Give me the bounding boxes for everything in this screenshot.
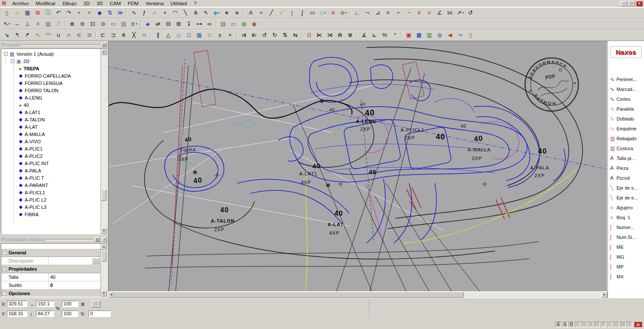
tool-item[interactable]: ∿ Doblado: [608, 114, 644, 124]
text-tool[interactable]: A▾: [246, 8, 256, 18]
open-button[interactable]: ▱▾: [12, 8, 22, 18]
scroll-left-icon[interactable]: ◂: [108, 292, 114, 298]
edit-scale-icon[interactable]: ≣: [81, 302, 85, 307]
collapse-icon[interactable]: −: [3, 251, 6, 255]
info-button[interactable]: ⓘ▾: [43, 8, 53, 18]
bracket-button[interactable]: ⊏▾: [98, 30, 108, 40]
add-node-button[interactable]: +▾: [393, 8, 404, 18]
insert-button[interactable]: ◆▾: [94, 8, 105, 18]
pen-tool[interactable]: ∕▾: [276, 8, 287, 18]
tree-item[interactable]: − A-PLIC INT: [3, 160, 107, 167]
drawing-canvas[interactable]: PERFORMANCE PDF PATRON ∗ ∗ 40 40 40: [108, 41, 608, 292]
mode-toggle[interactable]: O: [594, 322, 600, 327]
tree-item[interactable]: − A-PALA: [3, 167, 107, 174]
horizontal-scrollbar[interactable]: ◂ ▸: [108, 292, 608, 298]
tool-item[interactable]: A Pzcod: [608, 173, 644, 183]
align-tool[interactable]: ≡▾: [383, 8, 393, 18]
chain-button[interactable]: ∞▾: [204, 19, 215, 29]
zoom-extents-button[interactable]: ⊙▾: [98, 19, 108, 29]
tree-item[interactable]: − FORRO TALON: [3, 87, 107, 94]
tool-item[interactable]: ▥ Costura: [608, 143, 644, 153]
omega-button[interactable]: Ω▾: [304, 30, 314, 40]
mode-toggle[interactable]: D: [568, 322, 574, 327]
card-button[interactable]: ▭▾: [228, 19, 239, 29]
toolbar-separator[interactable]: ▾: [149, 30, 153, 40]
new-button[interactable]: ▯▾: [2, 8, 12, 18]
menu-item[interactable]: Modificar: [32, 0, 59, 6]
menu-item[interactable]: Utilidad: [167, 0, 190, 6]
tree-item[interactable]: − A-MALLA: [3, 130, 107, 138]
scroll-up-icon[interactable]: ▴: [101, 244, 107, 250]
del-node-button[interactable]: −▾: [404, 8, 414, 18]
tree-item[interactable]: − FIBRA: [3, 211, 107, 218]
property-row[interactable]: − Opciones: [1, 290, 100, 297]
grid-settings-button[interactable]: ∷: [91, 300, 100, 308]
tree-item[interactable]: − A-PLIC T: [3, 174, 107, 181]
collapse-icon[interactable]: −: [4, 52, 8, 56]
tree-item[interactable]: − 40: [3, 101, 107, 109]
collapse-button[interactable]: ⊟▾: [163, 19, 173, 29]
print-button[interactable]: ▤▾: [118, 19, 129, 29]
delete-button[interactable]: ×▾: [84, 8, 94, 18]
tree-item[interactable]: − A-LAT: [3, 123, 107, 130]
rotate-icon[interactable]: ↻: [81, 311, 85, 317]
fill-tool[interactable]: ■▾: [232, 8, 242, 18]
rect-tool[interactable]: ▭▾: [307, 8, 318, 18]
angle2-button[interactable]: ∡▾: [359, 30, 369, 40]
scroll-down-icon[interactable]: ▾: [101, 228, 107, 234]
property-row[interactable]: − Propiedades: [1, 265, 100, 273]
property-row[interactable]: − General: [1, 249, 100, 257]
menu-item[interactable]: ?: [190, 0, 200, 6]
cut-button[interactable]: ×▾: [74, 8, 84, 18]
tool-item[interactable]: ▥ Rebajado: [608, 133, 644, 143]
pointer-button[interactable]: ⇖▾: [2, 19, 12, 29]
undo-button[interactable]: ↶▾: [53, 8, 64, 18]
card-red-button[interactable]: ▣▾: [404, 30, 414, 40]
hatch-button[interactable]: ▥▾: [43, 19, 53, 29]
ornament-tool[interactable]: ※▾: [328, 8, 338, 18]
swap-button[interactable]: ⇅▾: [105, 8, 115, 18]
mode-toggle[interactable]: L: [607, 322, 613, 327]
triangle-tool[interactable]: ⊿▾: [373, 8, 383, 18]
branch2-button[interactable]: ↱▾: [22, 30, 33, 40]
toolbar-separator[interactable]: ▾: [242, 8, 246, 18]
drop-button[interactable]: ↧▾: [184, 19, 194, 29]
tool-item[interactable]: ∿ Empalme: [608, 124, 644, 133]
inspect-button[interactable]: ◈▾: [143, 19, 153, 29]
open-right-button[interactable]: ⊃▾: [84, 30, 94, 40]
tree-item[interactable]: − FORRO CAPELLADA: [3, 72, 107, 79]
corner2-tool[interactable]: ¬▾: [362, 8, 373, 18]
tool-item[interactable]: ʃ MX: [608, 272, 644, 281]
tree-item[interactable]: − A-PARANT: [3, 181, 107, 189]
toolbar-separator[interactable]: ▾: [301, 30, 304, 40]
line-tool[interactable]: ╲▾: [180, 8, 191, 18]
attach-button[interactable]: ⊶▾: [194, 19, 204, 29]
tool-item[interactable]: ∿ Paralela: [608, 104, 644, 114]
dash-tool[interactable]: ¦▾: [287, 8, 297, 18]
scroll-right-icon[interactable]: ▸: [601, 292, 608, 298]
scrollbar-thumb[interactable]: [101, 190, 106, 201]
dots-button[interactable]: ∷▾: [204, 30, 215, 40]
globe-button[interactable]: ◍▾: [239, 19, 249, 29]
tool-item[interactable]: ○ Agujero: [608, 202, 644, 212]
maximize-button[interactable]: □: [628, 1, 635, 6]
fork-button[interactable]: ⋔▾: [118, 30, 129, 40]
float-panel-icon[interactable]: ◱: [102, 42, 107, 47]
hash2-button[interactable]: #▾: [424, 8, 434, 18]
square-button[interactable]: □▾: [184, 30, 194, 40]
open-left-button[interactable]: ⊂▾: [74, 30, 84, 40]
width-field[interactable]: 192.1: [36, 301, 54, 307]
function-tool[interactable]: ƒ▾: [139, 8, 149, 18]
collapse-icon[interactable]: −: [3, 267, 6, 271]
tree-item[interactable]: − A-TALON: [3, 116, 107, 123]
layers-button[interactable]: ≣▾: [129, 19, 139, 29]
tree-item[interactable]: − A-PLIC L3: [3, 203, 107, 211]
bracket2-button[interactable]: ⊐▾: [108, 30, 118, 40]
forward-button[interactable]: ⇒▾: [455, 30, 465, 40]
toolbar-separator[interactable]: ▾: [64, 19, 67, 29]
ellipsis-button[interactable]: ...: [92, 258, 100, 264]
tree-item[interactable]: − A-VIVO: [3, 138, 107, 145]
percent-button[interactable]: %▾: [380, 30, 390, 40]
property-value-field[interactable]: 40: [48, 273, 100, 281]
toolbar-separator[interactable]: ▾: [125, 8, 129, 18]
